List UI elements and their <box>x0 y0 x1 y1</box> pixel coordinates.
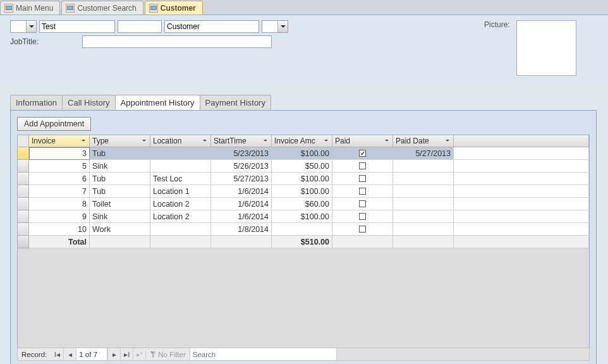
cell-paid-date[interactable]: 5/27/2013 <box>393 147 454 160</box>
cell-type[interactable]: Tub <box>90 173 150 185</box>
last-name-input[interactable] <box>164 20 259 33</box>
cell-starttime[interactable]: 5/23/2013 <box>211 147 272 160</box>
title-combo[interactable] <box>10 20 37 33</box>
paid-checkbox[interactable] <box>359 175 366 182</box>
record-position[interactable]: 1 of 7 <box>76 348 107 360</box>
cell-invoice[interactable]: 7 <box>29 185 90 198</box>
row-header[interactable] <box>18 210 29 223</box>
cell-invoice[interactable]: 5 <box>29 160 90 173</box>
col-type[interactable]: Type <box>90 135 150 147</box>
cell-paid-date[interactable] <box>393 198 454 210</box>
paid-checkbox[interactable] <box>359 150 366 157</box>
cell-amount[interactable]: $100.00 <box>272 173 332 185</box>
cell-amount[interactable]: $100.00 <box>272 185 332 198</box>
tab-customer-search[interactable]: Customer Search <box>61 1 143 15</box>
nav-next-button[interactable]: ▸ <box>107 348 120 360</box>
cell-amount[interactable]: $50.00 <box>272 160 332 173</box>
cell-paid-date[interactable] <box>393 223 454 236</box>
cell-invoice[interactable]: 10 <box>29 223 90 236</box>
paid-checkbox[interactable] <box>359 200 366 207</box>
subtab-call-history[interactable]: Call History <box>62 95 115 110</box>
cell-type[interactable]: Tub <box>90 185 150 198</box>
table-row[interactable]: 6TubTest Loc5/27/2013$100.00 <box>18 173 589 185</box>
paid-checkbox[interactable] <box>359 162 366 169</box>
cell-invoice[interactable]: 6 <box>29 173 90 185</box>
cell-paid[interactable] <box>332 173 393 185</box>
paid-checkbox[interactable] <box>359 226 366 233</box>
table-row[interactable]: 10Work1/8/2014 <box>18 223 589 236</box>
filter-indicator[interactable]: No Filter <box>145 351 189 358</box>
subtab-appointment-history[interactable]: Appointment History <box>115 95 200 110</box>
table-row[interactable]: 9SinkLocation 21/6/2014$100.00 <box>18 210 589 223</box>
select-all-cell[interactable] <box>18 135 29 147</box>
suffix-combo[interactable] <box>262 20 288 33</box>
cell-paid[interactable] <box>332 185 393 198</box>
cell-paid[interactable] <box>332 198 393 210</box>
cell-type[interactable]: Sink <box>90 160 150 173</box>
col-paid-date[interactable]: Paid Date <box>393 135 454 147</box>
nav-prev-button[interactable]: ◂ <box>63 348 76 360</box>
table-row[interactable]: 8ToiletLocation 21/6/2014$60.00 <box>18 198 589 210</box>
cell-invoice[interactable]: 9 <box>29 210 90 223</box>
col-invoice-amount[interactable]: Invoice Amc <box>272 135 332 147</box>
middle-name-input[interactable] <box>118 20 162 33</box>
cell-invoice[interactable]: 8 <box>29 198 90 210</box>
cell-starttime[interactable]: 1/6/2014 <box>211 198 272 210</box>
jobtitle-input[interactable] <box>82 35 272 48</box>
cell-paid[interactable] <box>332 147 393 160</box>
table-row[interactable]: 3Tub5/23/2013$100.005/27/2013 <box>18 147 589 160</box>
cell-paid[interactable] <box>332 210 393 223</box>
cell-starttime[interactable]: 1/6/2014 <box>211 185 272 198</box>
cell-starttime[interactable]: 1/6/2014 <box>211 210 272 223</box>
col-invoice[interactable]: Invoice <box>29 135 90 147</box>
paid-checkbox[interactable] <box>359 188 366 195</box>
nav-new-button[interactable]: ▸* <box>133 348 145 360</box>
nav-first-button[interactable]: I◂ <box>51 348 63 360</box>
cell-amount[interactable]: $100.00 <box>272 147 332 160</box>
cell-starttime[interactable]: 1/8/2014 <box>211 223 272 236</box>
cell-location[interactable]: Location 2 <box>150 198 211 210</box>
cell-location[interactable] <box>150 147 211 160</box>
record-search-box[interactable] <box>190 348 336 360</box>
col-paid[interactable]: Paid <box>332 135 393 147</box>
cell-starttime[interactable]: 5/27/2013 <box>211 173 272 185</box>
cell-location[interactable]: Location 2 <box>150 210 211 223</box>
cell-amount[interactable] <box>272 223 332 236</box>
add-appointment-button[interactable]: Add Appointment <box>17 117 91 131</box>
first-name-input[interactable] <box>39 20 115 33</box>
cell-starttime[interactable]: 5/26/2013 <box>211 160 272 173</box>
paid-checkbox[interactable] <box>359 213 366 220</box>
cell-type[interactable]: Sink <box>90 210 150 223</box>
cell-type[interactable]: Toilet <box>90 198 150 210</box>
cell-amount[interactable]: $100.00 <box>272 210 332 223</box>
row-header[interactable] <box>18 147 29 160</box>
horizontal-scrollbar[interactable] <box>336 348 589 360</box>
col-location[interactable]: Location <box>150 135 211 147</box>
cell-paid-date[interactable] <box>393 185 454 198</box>
tab-main-menu[interactable]: Main Menu <box>0 1 60 15</box>
picture-box[interactable] <box>516 20 576 76</box>
subtab-information[interactable]: Information <box>10 95 63 110</box>
cell-location[interactable]: Test Loc <box>150 173 211 185</box>
row-header[interactable] <box>18 160 29 173</box>
table-row[interactable]: 7TubLocation 11/6/2014$100.00 <box>18 185 589 198</box>
cell-location[interactable] <box>150 223 211 236</box>
cell-type[interactable]: Tub <box>90 147 150 160</box>
row-header[interactable] <box>18 198 29 210</box>
record-search-input[interactable] <box>190 351 336 358</box>
nav-last-button[interactable]: ▸I <box>120 348 133 360</box>
cell-location[interactable]: Location 1 <box>150 185 211 198</box>
cell-paid[interactable] <box>332 160 393 173</box>
grid-body[interactable]: 3Tub5/23/2013$100.005/27/20135Sink5/26/2… <box>18 147 589 353</box>
col-starttime[interactable]: StartTime <box>211 135 272 147</box>
tab-customer[interactable]: Customer <box>145 1 203 15</box>
cell-type[interactable]: Work <box>90 223 150 236</box>
cell-paid[interactable] <box>332 223 393 236</box>
cell-amount[interactable]: $60.00 <box>272 198 332 210</box>
cell-paid-date[interactable] <box>393 173 454 185</box>
row-header[interactable] <box>18 223 29 236</box>
row-header[interactable] <box>18 173 29 185</box>
table-row[interactable]: 5Sink5/26/2013$50.00 <box>18 160 589 173</box>
row-header[interactable] <box>18 185 29 198</box>
cell-invoice[interactable]: 3 <box>29 147 90 160</box>
